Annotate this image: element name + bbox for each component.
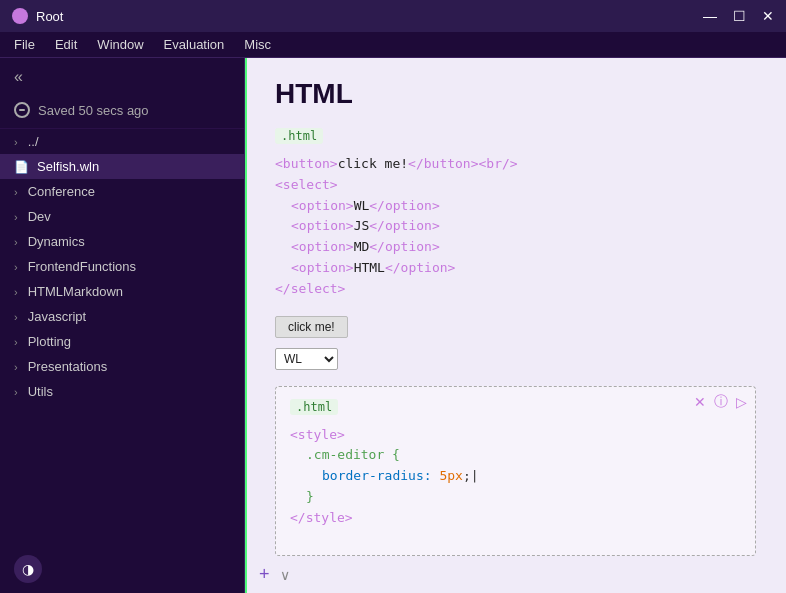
code-text: <option> xyxy=(291,239,354,254)
code-text: HTML xyxy=(354,260,385,275)
code-text: ; xyxy=(463,468,471,483)
code-line: </select> xyxy=(275,279,756,300)
minimize-button[interactable]: — xyxy=(703,9,717,23)
titlebar-left: Root xyxy=(12,8,63,24)
file-icon: 📄 xyxy=(14,160,29,174)
maximize-button[interactable]: ☐ xyxy=(733,9,746,23)
titlebar: Root — ☐ ✕ xyxy=(0,0,786,32)
sidebar-item-label: Javascript xyxy=(28,309,87,324)
sidebar-item-frontendfunctions[interactable]: › FrontendFunctions xyxy=(0,254,244,279)
menu-edit[interactable]: Edit xyxy=(45,35,87,54)
add-block-button[interactable]: + xyxy=(259,564,270,585)
cursor xyxy=(471,468,479,483)
menu-window[interactable]: Window xyxy=(87,35,153,54)
box-play-button[interactable]: ▷ xyxy=(736,394,747,410)
code-line: border-radius: 5px; xyxy=(290,466,741,487)
dashed-box-code: <style> .cm-editor { border-radius: 5px;… xyxy=(290,425,741,529)
code-block-1: <button>click me!</button><br/> <select>… xyxy=(275,154,756,300)
dashed-box-toolbar: ✕ ⓘ ▷ xyxy=(694,393,747,411)
code-text: </option> xyxy=(369,218,439,233)
code-text: click me! xyxy=(338,156,408,171)
main-layout: « Saved 50 secs ago › ../ 📄 Selfish.wln … xyxy=(0,58,786,593)
sidebar-item-dynamics[interactable]: › Dynamics xyxy=(0,229,244,254)
code-text: <select> xyxy=(275,177,338,192)
menu-file[interactable]: File xyxy=(4,35,45,54)
status-text: Saved 50 secs ago xyxy=(38,103,149,118)
code-line: <option>WL</option> xyxy=(275,196,756,217)
code-text: <button> xyxy=(275,156,338,171)
code-line: <option>MD</option> xyxy=(275,237,756,258)
dashed-box-code-tag: .html xyxy=(290,399,338,415)
code-line: <select> xyxy=(275,175,756,196)
code-text: } xyxy=(306,489,314,504)
code-text: .cm-editor { xyxy=(306,447,400,462)
close-button[interactable]: ✕ xyxy=(762,9,774,23)
sidebar-item-label: ../ xyxy=(28,134,39,149)
code-line: <option>HTML</option> xyxy=(275,258,756,279)
code-text: </option> xyxy=(369,198,439,213)
sidebar-item-selfish[interactable]: 📄 Selfish.wln xyxy=(0,154,244,179)
sidebar-item-label: FrontendFunctions xyxy=(28,259,136,274)
code-line: <button>click me!</button><br/> xyxy=(275,154,756,175)
code-text: <option> xyxy=(291,218,354,233)
sidebar-item-conference[interactable]: › Conference xyxy=(0,179,244,204)
chevron-right-icon: › xyxy=(14,211,18,223)
app-title: Root xyxy=(36,9,63,24)
code-text: </option> xyxy=(385,260,455,275)
content-left-border xyxy=(245,58,247,593)
app-icon xyxy=(12,8,28,24)
box-close-button[interactable]: ✕ xyxy=(694,394,706,410)
code-line: <style> xyxy=(290,425,741,446)
theme-toggle-button[interactable]: ◑ xyxy=(14,555,42,583)
sidebar-item-utils[interactable]: › Utils xyxy=(0,379,244,404)
sidebar-bottom: ◑ xyxy=(0,545,244,593)
sidebar-item-label: Plotting xyxy=(28,334,71,349)
content-inner: HTML .html <button>click me!</button><br… xyxy=(245,58,786,556)
box-info-button[interactable]: ⓘ xyxy=(714,393,728,411)
sidebar-item-plotting[interactable]: › Plotting xyxy=(0,329,244,354)
sidebar-item-label: HTMLMarkdown xyxy=(28,284,123,299)
sidebar-item-dev[interactable]: › Dev xyxy=(0,204,244,229)
chevron-right-icon: › xyxy=(14,336,18,348)
code-line: <option>JS</option> xyxy=(275,216,756,237)
sidebar-item-label: Selfish.wln xyxy=(37,159,99,174)
sidebar-item-presentations[interactable]: › Presentations xyxy=(0,354,244,379)
preview-click-button[interactable]: click me! xyxy=(275,316,348,338)
chevron-right-icon: › xyxy=(14,311,18,323)
code-text: MD xyxy=(354,239,370,254)
theme-icon: ◑ xyxy=(22,561,34,577)
chevron-right-icon: › xyxy=(14,186,18,198)
code-text: WL xyxy=(354,198,370,213)
sidebar: « Saved 50 secs ago › ../ 📄 Selfish.wln … xyxy=(0,58,245,593)
preview-select[interactable]: WL JS MD HTML xyxy=(275,348,338,370)
sidebar-item-label: Dynamics xyxy=(28,234,85,249)
code-text: </select> xyxy=(275,281,345,296)
content-bottom-bar: + ∨ xyxy=(245,556,786,593)
sidebar-item-label: Utils xyxy=(28,384,53,399)
sidebar-item-javascript[interactable]: › Javascript xyxy=(0,304,244,329)
code-text: border-radius: xyxy=(322,468,439,483)
sidebar-item-label: Presentations xyxy=(28,359,108,374)
sidebar-item-htmlmarkdown[interactable]: › HTMLMarkdown xyxy=(0,279,244,304)
code-text: JS xyxy=(354,218,370,233)
sidebar-item-parent[interactable]: › ../ xyxy=(0,129,244,154)
collapse-icon: « xyxy=(14,68,23,86)
menu-misc[interactable]: Misc xyxy=(234,35,281,54)
code-text: </button><br/> xyxy=(408,156,518,171)
page-title: HTML xyxy=(275,78,756,110)
menu-evaluation[interactable]: Evaluation xyxy=(154,35,235,54)
code-text: <style> xyxy=(290,427,345,442)
sidebar-collapse-button[interactable]: « xyxy=(0,58,244,96)
code-line: } xyxy=(290,487,741,508)
code-text: </option> xyxy=(369,239,439,254)
code-text: <option> xyxy=(291,260,354,275)
titlebar-controls: — ☐ ✕ xyxy=(703,9,774,23)
chevron-right-icon: › xyxy=(14,136,18,148)
chevron-right-icon: › xyxy=(14,286,18,298)
expand-button[interactable]: ∨ xyxy=(280,567,290,583)
menubar: File Edit Window Evaluation Misc xyxy=(0,32,786,58)
code-text: <option> xyxy=(291,198,354,213)
sidebar-item-label: Conference xyxy=(28,184,95,199)
code-text: 5px xyxy=(439,468,462,483)
chevron-right-icon: › xyxy=(14,261,18,273)
